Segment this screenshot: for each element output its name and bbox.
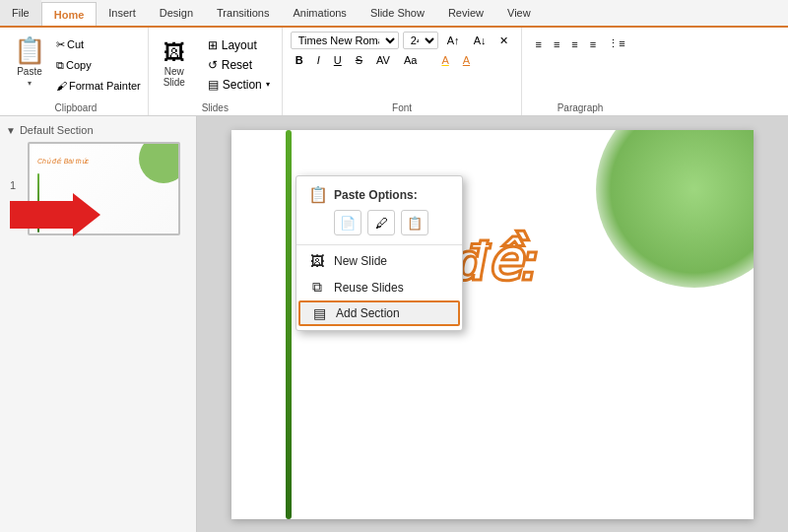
change-case-button[interactable]: Aa — [399, 52, 422, 68]
cut-icon: ✂ — [56, 38, 65, 51]
reset-button[interactable]: ↺ Reset — [204, 56, 256, 74]
paste-options-label: Paste Options: — [334, 188, 418, 202]
paste-options-row: 📄 🖊 📋 — [296, 207, 462, 241]
new-slide-icon: 🖼 — [164, 42, 185, 64]
cut-label: Cut — [67, 38, 84, 50]
slides-small-buttons: ⊞ Layout ↺ Reset ▤ Section ▾ — [200, 32, 278, 98]
format-painter-button[interactable]: 🖌 Format Painter — [53, 78, 144, 94]
slide-number: 1 — [10, 179, 16, 191]
paste-icon: 📋 — [14, 35, 45, 66]
section-label: Section — [223, 78, 262, 92]
paste-label: Paste — [17, 66, 42, 77]
canvas-area: Chủ đề: 📋 Paste Options: 📄 🖊 📋 — [197, 116, 788, 532]
reset-label: Reset — [222, 58, 252, 72]
format-painter-label: Format Painter — [69, 80, 141, 92]
section-header: ▼ Default Section — [6, 124, 190, 136]
decrease-font-button[interactable]: A↓ — [469, 33, 492, 48]
tab-file[interactable]: File — [0, 0, 41, 26]
paste-opt-1-icon: 📄 — [340, 216, 356, 231]
red-arrow — [10, 193, 100, 236]
strikethrough-button[interactable]: S — [351, 52, 367, 68]
section-name: Default Section — [20, 124, 94, 136]
clear-format-button[interactable]: ✕ — [494, 33, 513, 49]
font-group: Times New Roman 24 A↑ A↓ ✕ B I U S AV Aa… — [283, 28, 523, 115]
new-slide-ctx-icon: 🖼 — [308, 253, 326, 269]
font-row-2: B I U S AV Aa A A — [291, 52, 514, 68]
layout-button[interactable]: ⊞ Layout — [204, 36, 261, 54]
paste-opt-2-icon: 🖊 — [375, 216, 388, 231]
ctx-new-slide-label: New Slide — [334, 254, 387, 268]
highlight-color-button[interactable]: A — [436, 52, 453, 68]
main-area: ▼ Default Section 1 Chủ đề: Bài thức Chủ… — [0, 116, 788, 532]
ribbon-tabs: File Home Insert Design Transitions Anim… — [0, 0, 788, 28]
new-slide-label: NewSlide — [164, 66, 185, 88]
canvas-decoration-line — [286, 130, 292, 519]
font-color-button[interactable]: A — [458, 52, 475, 68]
justify-button[interactable]: ≡ — [585, 35, 601, 52]
section-icon: ▤ — [208, 78, 219, 92]
tab-insert[interactable]: Insert — [97, 0, 148, 26]
ctx-add-section-label: Add Section — [336, 306, 400, 320]
tab-slideshow[interactable]: Slide Show — [359, 0, 436, 26]
ribbon: 📋 Paste ▾ ✂ Cut ⧉ Copy 🖌 Format Painter … — [0, 28, 788, 116]
paste-option-2[interactable]: 🖊 — [367, 210, 395, 235]
paragraph-group: ≡ ≡ ≡ ≡ ⋮≡ Paragraph — [522, 28, 637, 115]
columns-button[interactable]: ⋮≡ — [603, 35, 629, 52]
paragraph-group-label: Paragraph — [522, 102, 637, 113]
align-center-button[interactable]: ≡ — [549, 35, 564, 52]
section-collapse-icon[interactable]: ▼ — [6, 125, 16, 136]
arrow-head — [73, 193, 100, 236]
section-button[interactable]: ▤ Section ▾ — [204, 76, 274, 94]
font-name-select[interactable]: Times New Roman — [291, 32, 399, 49]
format-painter-icon: 🖌 — [56, 80, 67, 92]
ctx-reuse-slides-label: Reuse Slides — [334, 281, 404, 295]
font-row-1: Times New Roman 24 A↑ A↓ ✕ — [291, 32, 514, 49]
tab-animations[interactable]: Animations — [281, 0, 358, 26]
copy-label: Copy — [66, 59, 92, 71]
tab-view[interactable]: View — [495, 0, 543, 26]
slide-panel: ▼ Default Section 1 Chủ đề: Bài thức — [0, 116, 197, 532]
font-size-select[interactable]: 24 — [403, 32, 438, 49]
char-spacing-button[interactable]: AV — [371, 52, 395, 68]
thumb-title-text: Chủ đề: Bài thức — [37, 158, 89, 166]
reuse-slides-icon: ⧉ — [308, 279, 326, 296]
paste-button[interactable]: 📋 Paste ▾ — [8, 32, 51, 98]
paste-options-header: 📋 Paste Options: — [296, 180, 462, 207]
paste-dropdown-arrow[interactable]: ▾ — [28, 79, 32, 88]
ctx-divider-1 — [296, 244, 462, 245]
tab-home[interactable]: Home — [41, 2, 98, 26]
clipboard-group-label: Clipboard — [4, 102, 148, 113]
tab-design[interactable]: Design — [148, 0, 205, 26]
layout-icon: ⊞ — [208, 38, 218, 52]
paste-option-3[interactable]: 📋 — [401, 210, 428, 235]
clipboard-small-buttons: ✂ Cut ⧉ Copy 🖌 Format Painter — [53, 32, 144, 98]
arrow-body — [10, 201, 73, 229]
align-right-button[interactable]: ≡ — [566, 35, 582, 52]
new-slide-button[interactable]: 🖼 NewSlide — [153, 32, 196, 98]
cut-button[interactable]: ✂ Cut — [53, 36, 144, 53]
bold-button[interactable]: B — [291, 52, 308, 68]
underline-button[interactable]: U — [329, 52, 347, 68]
ctx-reuse-slides[interactable]: ⧉ Reuse Slides — [296, 274, 462, 300]
reset-icon: ↺ — [208, 58, 218, 72]
context-menu: 📋 Paste Options: 📄 🖊 📋 🖼 New Slide — [296, 175, 463, 331]
tab-review[interactable]: Review — [436, 0, 495, 26]
align-left-button[interactable]: ≡ — [530, 35, 546, 52]
ctx-new-slide[interactable]: 🖼 New Slide — [296, 248, 462, 274]
paste-header-icon: 📋 — [308, 185, 328, 204]
ctx-add-section[interactable]: ▤ Add Section — [298, 300, 460, 326]
tab-transitions[interactable]: Transitions — [205, 0, 281, 26]
slides-group: 🖼 NewSlide ⊞ Layout ↺ Reset ▤ Section ▾ … — [149, 28, 283, 115]
layout-label: Layout — [222, 38, 257, 52]
clipboard-group: 📋 Paste ▾ ✂ Cut ⧉ Copy 🖌 Format Painter … — [4, 28, 149, 115]
thumb-decoration-circle — [139, 144, 178, 183]
italic-button[interactable]: I — [312, 52, 325, 68]
increase-font-button[interactable]: A↑ — [442, 33, 465, 48]
copy-button[interactable]: ⧉ Copy — [53, 57, 144, 74]
paste-opt-3-icon: 📋 — [407, 216, 423, 231]
font-group-label: Font — [283, 102, 522, 113]
slides-group-label: Slides — [149, 102, 282, 113]
canvas-decoration-blob — [596, 130, 754, 288]
paste-option-1[interactable]: 📄 — [334, 210, 361, 235]
section-dropdown-arrow[interactable]: ▾ — [266, 80, 270, 89]
